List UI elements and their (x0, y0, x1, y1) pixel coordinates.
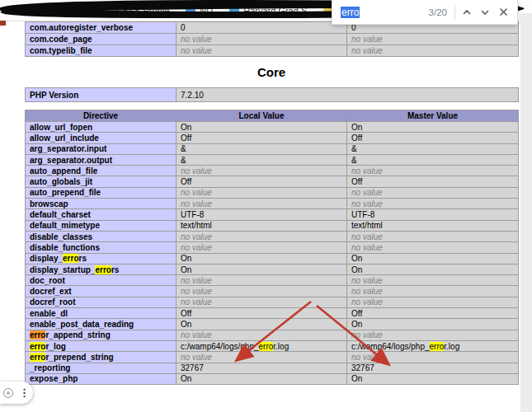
find-previous-button[interactable] (458, 2, 476, 22)
page-title: Core (25, 65, 518, 79)
table-row: _reporting3276732767 (26, 363, 519, 373)
kebab-menu-icon[interactable] (19, 387, 30, 398)
table-row: error_append_stringno valueno value (26, 330, 519, 340)
master-value-cell: On (347, 253, 519, 264)
column-header-master-value: Master Value (347, 110, 519, 122)
core-directives-table: Directive Local Value Master Value allow… (25, 110, 519, 385)
master-value-cell: text/html (347, 220, 519, 231)
local-value-cell: no value (177, 199, 347, 209)
local-value-cell: no value (177, 34, 347, 45)
table-row: enable_dlOffOff (26, 308, 519, 319)
table-row: allow_url_includeOffOff (26, 133, 519, 143)
master-value-cell: Off (347, 133, 519, 143)
scrollbar[interactable] (520, 13, 532, 412)
master-value-cell: 32767 (347, 363, 519, 373)
partial-favicon (0, 21, 6, 26)
close-icon (499, 7, 508, 16)
table-row: docref_rootno valueno value (26, 297, 519, 307)
table-row: expose_phpOnOn (26, 373, 519, 384)
table-row: display_errorsOnOn (26, 253, 519, 264)
master-value-cell: On (347, 264, 519, 274)
column-header-directive: Directive (26, 110, 177, 122)
directive-cell: arg_separator.input (26, 143, 177, 154)
directive-cell: com.code_page (26, 34, 177, 45)
directive-cell: enable_post_data_reading (26, 319, 177, 330)
table-row: arg_separator.output&& (26, 154, 519, 165)
table-header-row: Directive Local Value Master Value (26, 110, 519, 122)
directive-cell: _reporting (26, 363, 177, 373)
find-match-count: 3/20 (429, 7, 447, 17)
table-row: PHP Version 7.2.10 (26, 88, 519, 102)
master-value-cell: no value (347, 45, 519, 57)
master-value-cell: On (347, 319, 519, 330)
directive-cell: com.typelib_file (26, 45, 177, 57)
master-value-cell: no value (347, 275, 519, 286)
find-highlight: erro (95, 265, 111, 274)
screen-capture-widget (0, 382, 33, 404)
master-value-cell: On (347, 122, 519, 133)
local-value-cell: c:/wamp64/logs/php_error.log (177, 340, 347, 351)
directive-cell: auto_globals_jit (26, 176, 177, 187)
directive-cell: disable_functions (26, 242, 177, 253)
local-value-cell: On (177, 122, 347, 133)
local-value-cell: & (177, 154, 347, 165)
table-row: arg_separator.input&& (26, 143, 519, 154)
local-value-cell: no value (177, 352, 347, 363)
bookmark-label: CSFS - CSFS Proble (84, 6, 169, 16)
directive-cell: error_append_string (26, 330, 177, 340)
table-row: disable_functionsno valueno value (26, 242, 519, 253)
find-highlight: erro (30, 353, 45, 362)
directive-cell: display_startup_errors (26, 264, 177, 274)
find-input[interactable]: erro (341, 7, 429, 18)
directive-cell: com.autoregister_verbose (26, 22, 177, 34)
local-value-cell: no value (177, 187, 347, 198)
find-highlight: erro (259, 342, 274, 351)
directive-cell: error_log (26, 340, 177, 351)
bookmark-label: Harvard Grad S (243, 6, 307, 16)
bookmark-item[interactable]: CSFS - CSFS Proble (71, 5, 169, 16)
table-row: auto_globals_jitOffOff (26, 176, 519, 187)
master-value-cell: c:/wamp64/logs/php_error.log (347, 340, 519, 351)
directive-cell: disable_classes (26, 231, 177, 241)
bookmark-item[interactable]: NU (186, 6, 213, 16)
directive-cell: enable_dl (26, 308, 177, 319)
local-value-cell: On (177, 319, 347, 330)
master-value-cell: no value (347, 352, 519, 363)
find-bar: erro 3/20 (332, 0, 518, 25)
directive-cell: error_prepend_string (26, 352, 177, 363)
local-value-cell: no value (177, 231, 347, 241)
directive-cell: PHP Version (26, 88, 177, 102)
master-value-cell: no value (347, 199, 519, 209)
bookmark-item[interactable]: Harvard Grad S (229, 6, 307, 16)
table-row: browscapno valueno value (26, 199, 519, 209)
directive-cell: arg_separator.output (26, 154, 177, 165)
master-value-cell: no value (347, 231, 519, 241)
find-highlight: erro (63, 254, 78, 263)
directive-cell: docref_ext (26, 286, 177, 297)
local-value-cell: no value (177, 242, 347, 253)
master-value-cell: Off (347, 176, 519, 187)
directive-cell: browscap (26, 199, 177, 209)
directive-cell: docref_root (26, 297, 177, 307)
directive-cell: display_errors (26, 253, 177, 264)
find-query-text: erro (341, 7, 360, 18)
master-value-cell: & (347, 143, 519, 154)
local-value-cell: no value (177, 275, 347, 286)
master-value-cell: no value (347, 297, 519, 307)
local-value-cell: & (177, 143, 347, 154)
master-value-cell: no value (347, 187, 519, 198)
local-value-cell: On (177, 264, 347, 274)
table-row: auto_prepend_fileno valueno value (26, 187, 519, 198)
php-version-table: PHP Version 7.2.10 (25, 87, 519, 102)
find-next-button[interactable] (476, 2, 494, 22)
table-row: display_startup_errorsOnOn (26, 264, 519, 274)
local-value-cell: 0 (177, 22, 347, 34)
directive-cell: auto_prepend_file (26, 187, 177, 198)
master-value-cell: no value (347, 166, 519, 176)
directive-cell: allow_url_include (26, 133, 177, 143)
table-row: default_mimetypetext/htmltext/html (26, 220, 519, 231)
local-value-cell: Off (177, 133, 347, 143)
master-value-cell: & (347, 154, 519, 165)
find-close-button[interactable] (494, 2, 512, 22)
target-circle-icon[interactable] (3, 388, 13, 398)
